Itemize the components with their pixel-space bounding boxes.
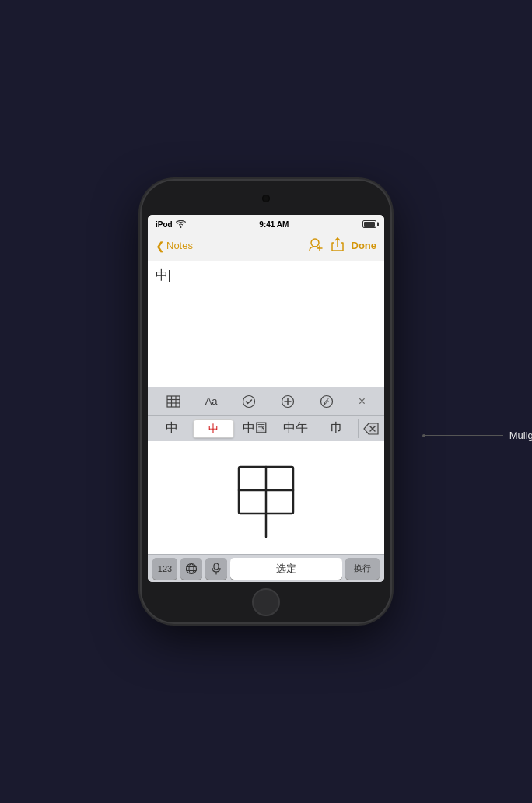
key-123[interactable]: 123	[152, 558, 177, 580]
key-space-select[interactable]: 选定	[230, 558, 342, 580]
share-icon[interactable]	[331, 237, 344, 254]
battery-icon	[362, 220, 376, 228]
back-button[interactable]: ❮ Notes	[156, 240, 193, 252]
table-button[interactable]	[166, 395, 180, 408]
char-option-5[interactable]: 巾	[317, 419, 356, 438]
compose-button[interactable]	[320, 394, 334, 409]
navigation-bar: ❮ Notes	[148, 232, 384, 261]
svg-point-8	[243, 395, 255, 407]
char-option-2-highlighted[interactable]: 中	[193, 419, 233, 438]
note-first-char: 中	[156, 268, 168, 284]
annotation-callout: Mulige tegn	[422, 430, 532, 441]
char-suggestions-bar: 中 中 中国 中午 巾	[148, 415, 384, 441]
svg-point-20	[189, 563, 194, 573]
svg-rect-3	[167, 396, 180, 407]
front-camera	[262, 195, 270, 202]
checklist-button[interactable]	[242, 394, 256, 409]
close-keyboard-button[interactable]: ×	[359, 394, 366, 409]
time-display: 9:41 AM	[259, 220, 289, 229]
key-microphone[interactable]	[205, 558, 227, 580]
svg-rect-23	[214, 563, 219, 570]
font-button[interactable]: Aa	[205, 395, 218, 407]
status-bar: iPod 9:41 AM	[148, 215, 384, 232]
back-label: Notes	[166, 240, 193, 251]
char-option-4[interactable]: 中午	[276, 419, 315, 438]
device-frame: iPod 9:41 AM	[142, 181, 390, 622]
svg-point-0	[311, 239, 319, 247]
keyboard-bottom-row: 123 选定 换行	[148, 554, 384, 582]
outer-wrapper: iPod 9:41 AM	[142, 181, 390, 622]
done-button[interactable]: Done	[352, 240, 377, 251]
text-cursor	[169, 270, 170, 282]
handwriting-character-svg	[219, 451, 313, 545]
note-text-line: 中	[156, 268, 376, 284]
key-globe[interactable]	[180, 558, 202, 580]
home-button[interactable]	[252, 588, 280, 616]
svg-point-12	[320, 395, 332, 407]
handwriting-input-area[interactable]	[148, 441, 384, 554]
wifi-icon	[176, 220, 186, 228]
insert-button[interactable]	[281, 394, 295, 409]
nav-actions: Done	[308, 237, 377, 254]
status-left: iPod	[156, 220, 186, 229]
battery-fill	[364, 222, 375, 227]
svg-point-19	[187, 563, 197, 573]
key-return[interactable]: 换行	[345, 558, 380, 580]
carrier-label: iPod	[156, 220, 173, 229]
add-contact-icon[interactable]	[308, 237, 324, 254]
svg-line-13	[327, 398, 328, 400]
note-content-area[interactable]: 中	[148, 261, 384, 387]
annotation-line	[425, 435, 503, 436]
back-chevron-icon: ❮	[156, 240, 165, 252]
screen: iPod 9:41 AM	[148, 215, 384, 582]
formatting-toolbar: Aa	[148, 387, 384, 415]
backspace-button[interactable]	[358, 419, 380, 438]
status-right	[362, 220, 376, 228]
char-option-1[interactable]: 中	[152, 419, 191, 438]
annotation-dot	[422, 434, 425, 437]
char-option-3[interactable]: 中国	[236, 419, 275, 438]
annotation-text: Mulige tegn	[509, 430, 532, 441]
